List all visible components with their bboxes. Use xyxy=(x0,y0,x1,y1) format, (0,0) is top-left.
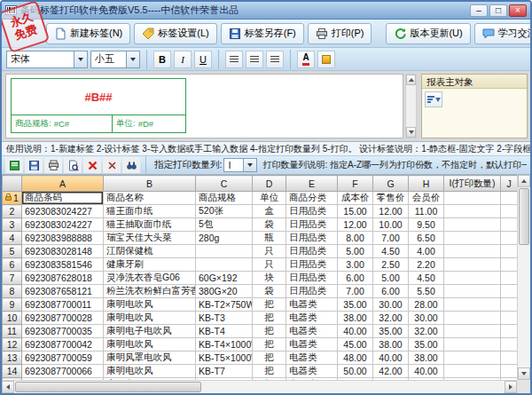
row-header-6[interactable]: 6 xyxy=(3,258,22,272)
cell-E11[interactable]: 电器类 xyxy=(286,325,338,338)
fill-color-button[interactable] xyxy=(317,51,335,68)
row-header-2[interactable]: 2 xyxy=(3,205,22,218)
cell-H9[interactable]: 28.00 xyxy=(409,298,444,312)
cell-E7[interactable]: 日用品类 xyxy=(286,272,338,285)
cell-G14[interactable]: 42.00 xyxy=(373,365,409,378)
cell-J7[interactable] xyxy=(501,272,518,285)
cell-A6[interactable]: 6923083581546 xyxy=(22,258,104,272)
new-label-button[interactable]: 新建标签(N) xyxy=(46,23,130,44)
italic-button[interactable]: I xyxy=(174,51,192,68)
cell-A3[interactable]: 6923083024227 xyxy=(22,218,104,232)
sort-button[interactable] xyxy=(425,91,442,107)
cell-C1[interactable]: 商品规格 xyxy=(196,192,253,205)
cell-C13[interactable]: KB-T5×1000W xyxy=(196,352,253,365)
cell-D9[interactable]: 把 xyxy=(253,298,286,312)
row-header-4[interactable]: 4 xyxy=(3,232,22,245)
cell-D1[interactable]: 单位 xyxy=(253,192,286,205)
column-header-G[interactable]: G xyxy=(373,176,409,192)
cell-C5[interactable] xyxy=(196,245,253,258)
cell-D14[interactable]: 把 xyxy=(253,365,286,378)
scroll-left-icon[interactable] xyxy=(2,381,14,393)
cell-A5[interactable]: 6923083028148 xyxy=(22,245,104,258)
title-bar[interactable]: 条码标签打印软件免费版V5.5----中信软件荣誉出品 – □ × xyxy=(2,2,530,20)
cell-F14[interactable]: 50.00 xyxy=(338,365,373,378)
cell-J9[interactable] xyxy=(501,298,518,312)
cell-D13[interactable]: 把 xyxy=(253,352,286,365)
import-data-button[interactable] xyxy=(5,157,23,173)
cell-I8[interactable] xyxy=(444,285,501,298)
font-color-button[interactable]: A xyxy=(297,51,315,68)
cell-F5[interactable]: 5.00 xyxy=(338,245,373,258)
font-size-select[interactable]: 小五 xyxy=(90,51,140,68)
cell-H13[interactable]: 38.00 xyxy=(409,352,444,365)
label-unit-field[interactable]: 单位: #D# xyxy=(112,115,185,132)
label-settings-button[interactable]: 标签设置(L) xyxy=(134,23,216,44)
design-canvas[interactable]: #B## 商品规格: #C# 单位: #D# xyxy=(5,74,403,138)
cell-D7[interactable]: 块 xyxy=(253,272,286,285)
cell-F8[interactable]: 7.00 xyxy=(338,285,373,298)
cell-D8[interactable]: 袋 xyxy=(253,285,286,298)
row-header-10[interactable]: 10 xyxy=(3,312,22,325)
learn-exchange-button[interactable]: 学习交流(S) xyxy=(474,23,532,44)
cell-H5[interactable]: 4.00 xyxy=(409,245,444,258)
cell-A1[interactable]: 商品条码 xyxy=(22,192,104,205)
column-header-A[interactable]: A xyxy=(22,176,104,192)
underline-button[interactable]: U xyxy=(194,51,212,68)
cell-F11[interactable]: 40.00 xyxy=(338,325,373,338)
cell-D5[interactable]: 只 xyxy=(253,245,286,258)
cell-C3[interactable]: 5包 xyxy=(196,218,253,232)
cell-H11[interactable]: 32.00 xyxy=(409,325,444,338)
cell-I3[interactable] xyxy=(444,218,501,232)
version-update-button[interactable]: 版本更新(U) xyxy=(386,23,470,44)
cell-C8[interactable]: 380G×20 xyxy=(196,285,253,298)
cell-H14[interactable]: 40.00 xyxy=(409,365,444,378)
align-center-button[interactable] xyxy=(246,51,263,68)
save-data-button[interactable] xyxy=(25,157,43,173)
label-preview[interactable]: #B## 商品规格: #C# 单位: #D# xyxy=(11,78,186,133)
cell-A11[interactable]: 6923087700035 xyxy=(22,325,104,338)
row-header-11[interactable]: 11 xyxy=(3,325,22,338)
cell-D10[interactable]: 把 xyxy=(253,312,286,325)
cell-I1[interactable] xyxy=(444,192,501,205)
cell-E13[interactable]: 电器类 xyxy=(286,352,338,365)
cell-I10[interactable] xyxy=(444,312,501,325)
cell-G11[interactable]: 35.00 xyxy=(373,325,409,338)
cell-E12[interactable]: 电器类 xyxy=(286,338,338,352)
cell-G12[interactable]: 38.00 xyxy=(373,338,409,352)
cell-C2[interactable]: 520张 xyxy=(196,205,253,218)
cell-B7[interactable]: 灵净洗衣香皂G06 xyxy=(104,272,196,285)
cell-C4[interactable]: 280g xyxy=(196,232,253,245)
column-header-C[interactable]: C xyxy=(196,176,253,192)
cell-I12[interactable] xyxy=(444,338,501,352)
cell-G5[interactable]: 4.50 xyxy=(373,245,409,258)
cell-I5[interactable] xyxy=(444,245,501,258)
cell-C9[interactable]: KB-T2×750W xyxy=(196,298,253,312)
cell-E2[interactable]: 日用品类 xyxy=(286,205,338,218)
cell-J11[interactable] xyxy=(501,325,518,338)
cell-H7[interactable]: 4.50 xyxy=(409,272,444,285)
cell-D6[interactable]: 只 xyxy=(253,258,286,272)
cell-F12[interactable]: 45.00 xyxy=(338,338,373,352)
chevron-down-icon[interactable] xyxy=(243,159,256,171)
print-button[interactable]: 打印(P) xyxy=(308,23,372,44)
cell-A14[interactable]: 6923087700066 xyxy=(22,365,104,378)
cell-B14[interactable]: 康明电吹风 xyxy=(104,365,196,378)
cell-G1[interactable]: 零售价 xyxy=(373,192,409,205)
label-title-field[interactable]: #B## xyxy=(12,79,185,115)
row-header-8[interactable]: 8 xyxy=(3,285,22,298)
print-preview-button[interactable] xyxy=(64,157,82,173)
cell-G8[interactable]: 6.00 xyxy=(373,285,409,298)
cell-F6[interactable]: 3.00 xyxy=(338,258,373,272)
cell-C6[interactable] xyxy=(196,258,253,272)
cell-D12[interactable]: 把 xyxy=(253,338,286,352)
cell-E1[interactable]: 商品分类 xyxy=(286,192,338,205)
cell-J10[interactable] xyxy=(501,312,518,325)
cell-B11[interactable]: 康明电子电吹风 xyxy=(104,325,196,338)
delete-row-button[interactable] xyxy=(83,157,101,173)
label-spec-field[interactable]: 商品规格: #C# xyxy=(12,115,112,132)
cell-H8[interactable]: 5.50 xyxy=(409,285,444,298)
scroll-right-icon[interactable] xyxy=(505,381,517,393)
row-header-3[interactable]: 3 xyxy=(3,218,22,232)
cell-H6[interactable]: 2.20 xyxy=(409,258,444,272)
align-left-button[interactable] xyxy=(225,51,243,68)
